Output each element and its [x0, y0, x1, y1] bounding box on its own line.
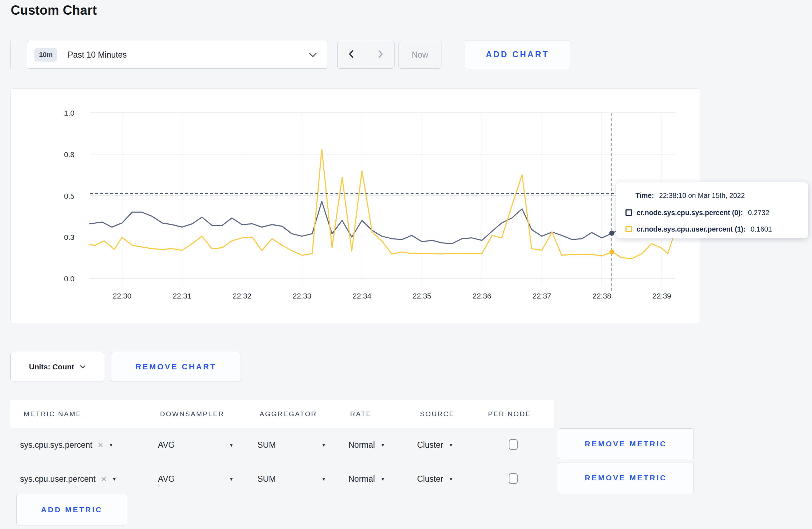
- toolbar-divider: [10, 41, 11, 69]
- caret-down-icon: ▼: [449, 442, 454, 448]
- caret-down-icon: ▼: [321, 442, 326, 448]
- table-row: sys.cpu.user.percent × ▼ AVG ▼ SUM ▼ Nor…: [0, 462, 812, 496]
- svg-text:22:30: 22:30: [113, 292, 132, 300]
- tooltip-series-value: 0.2732: [748, 209, 769, 217]
- svg-text:0.0: 0.0: [64, 275, 74, 283]
- column-header-rate: RATE: [350, 400, 372, 428]
- custom-chart-page: Custom Chart 10m Past 10 Minutes Now ADD…: [0, 0, 812, 529]
- svg-text:22:39: 22:39: [652, 292, 671, 300]
- source-dropdown[interactable]: Cluster ▼: [417, 462, 454, 496]
- svg-text:22:37: 22:37: [532, 292, 551, 300]
- tooltip-series-swatch: [625, 209, 632, 216]
- units-select[interactable]: Units: Count: [10, 352, 104, 382]
- tooltip-time-row: Time: 22:38:10 on Mar 15th, 2022: [635, 191, 745, 200]
- chevron-down-icon: [309, 53, 317, 57]
- chevron-left-icon: [347, 49, 356, 60]
- source-dropdown[interactable]: Cluster ▼: [417, 428, 454, 462]
- svg-text:22:34: 22:34: [353, 292, 372, 300]
- metric-name-dropdown[interactable]: sys.cpu.user.percent × ▼: [20, 462, 117, 496]
- units-label: Units: Count: [29, 363, 74, 371]
- metric-name-dropdown[interactable]: sys.cpu.sys.percent × ▼: [20, 428, 113, 462]
- per-node-checkbox[interactable]: [509, 439, 518, 450]
- close-icon[interactable]: ×: [101, 474, 106, 485]
- caret-down-icon: ▼: [229, 442, 234, 448]
- aggregator-value: SUM: [257, 440, 276, 450]
- caret-down-icon: ▼: [449, 476, 454, 482]
- tooltip-series-name: cr.node.sys.cpu.user.percent (1):: [637, 225, 746, 233]
- chevron-right-icon: [376, 49, 385, 60]
- column-header-metric-name: METRIC NAME: [24, 400, 82, 428]
- rate-value: Normal: [348, 440, 375, 450]
- time-nav-group: [337, 41, 395, 69]
- remove-metric-button[interactable]: REMOVE METRIC: [558, 462, 694, 493]
- tooltip-time-label: Time:: [635, 191, 654, 200]
- timeseries-chart[interactable]: 0.00.30.50.81.022:3022:3122:3222:3322:34…: [11, 89, 700, 323]
- aggregator-value: SUM: [257, 474, 276, 484]
- rate-value: Normal: [348, 474, 375, 484]
- tooltip-series-value: 0.1601: [751, 225, 772, 233]
- now-button[interactable]: Now: [398, 41, 441, 69]
- metric-name-value: sys.cpu.sys.percent: [20, 440, 92, 450]
- metrics-table-header: METRIC NAME DOWNSAMPLER AGGREGATOR RATE …: [10, 400, 554, 428]
- svg-text:22:35: 22:35: [412, 292, 431, 300]
- chevron-down-icon: [80, 364, 86, 370]
- caret-down-icon: ▼: [380, 442, 385, 448]
- aggregator-dropdown[interactable]: SUM ▼: [257, 428, 326, 462]
- svg-text:0.5: 0.5: [64, 192, 74, 200]
- rate-dropdown[interactable]: Normal ▼: [348, 428, 385, 462]
- svg-text:0.3: 0.3: [64, 233, 74, 241]
- tooltip-time-value: 22:38:10 on Mar 15th, 2022: [659, 191, 745, 200]
- chart-card: 0.00.30.50.81.022:3022:3122:3222:3322:34…: [10, 88, 700, 324]
- downsampler-value: AVG: [158, 440, 175, 450]
- tooltip-series-row: cr.node.sys.cpu.sys.percent (0): 0.2732: [625, 208, 769, 217]
- svg-text:22:38: 22:38: [593, 292, 612, 300]
- close-icon[interactable]: ×: [98, 440, 103, 451]
- svg-text:22:31: 22:31: [173, 292, 192, 300]
- aggregator-dropdown[interactable]: SUM ▼: [257, 462, 326, 496]
- source-value: Cluster: [417, 440, 443, 450]
- metric-name-value: sys.cpu.user.percent: [20, 474, 96, 484]
- chart-tooltip: Time: 22:38:10 on Mar 15th, 2022 cr.node…: [616, 182, 808, 238]
- caret-down-icon: ▼: [229, 476, 234, 482]
- svg-text:1.0: 1.0: [64, 109, 74, 117]
- caret-down-icon: ▼: [380, 476, 385, 482]
- rate-dropdown[interactable]: Normal ▼: [348, 462, 385, 496]
- tooltip-series-name: cr.node.sys.cpu.sys.percent (0):: [637, 209, 743, 217]
- caret-down-icon: ▼: [108, 442, 113, 448]
- caret-down-icon: ▼: [321, 476, 326, 482]
- downsampler-value: AVG: [158, 474, 175, 484]
- time-range-label: Past 10 Minutes: [68, 50, 127, 60]
- svg-text:22:32: 22:32: [233, 292, 252, 300]
- time-range-badge: 10m: [34, 48, 57, 62]
- svg-text:22:33: 22:33: [293, 292, 311, 300]
- column-header-downsampler: DOWNSAMPLER: [160, 400, 224, 428]
- add-metric-button[interactable]: ADD METRIC: [16, 494, 127, 525]
- svg-text:0.8: 0.8: [64, 150, 74, 159]
- tooltip-series-swatch: [625, 226, 632, 232]
- column-header-aggregator: AGGREGATOR: [260, 400, 317, 428]
- remove-metric-button[interactable]: REMOVE METRIC: [558, 428, 694, 459]
- downsampler-dropdown[interactable]: AVG ▼: [158, 428, 234, 462]
- page-title: Custom Chart: [11, 3, 97, 18]
- per-node-checkbox[interactable]: [509, 473, 518, 484]
- svg-text:22:36: 22:36: [473, 292, 492, 300]
- caret-down-icon: ▼: [112, 476, 117, 482]
- source-value: Cluster: [417, 474, 443, 484]
- tooltip-series-row: cr.node.sys.cpu.user.percent (1): 0.1601: [625, 224, 772, 234]
- remove-chart-button[interactable]: REMOVE CHART: [111, 352, 241, 382]
- time-back-button[interactable]: [338, 41, 366, 68]
- column-header-per-node: PER NODE: [488, 400, 531, 428]
- column-header-source: SOURCE: [420, 400, 455, 428]
- table-row: sys.cpu.sys.percent × ▼ AVG ▼ SUM ▼ Norm…: [0, 428, 812, 462]
- time-range-select[interactable]: 10m Past 10 Minutes: [27, 41, 328, 69]
- time-forward-button[interactable]: [366, 41, 395, 68]
- add-chart-button[interactable]: ADD CHART: [465, 40, 570, 69]
- downsampler-dropdown[interactable]: AVG ▼: [158, 462, 234, 496]
